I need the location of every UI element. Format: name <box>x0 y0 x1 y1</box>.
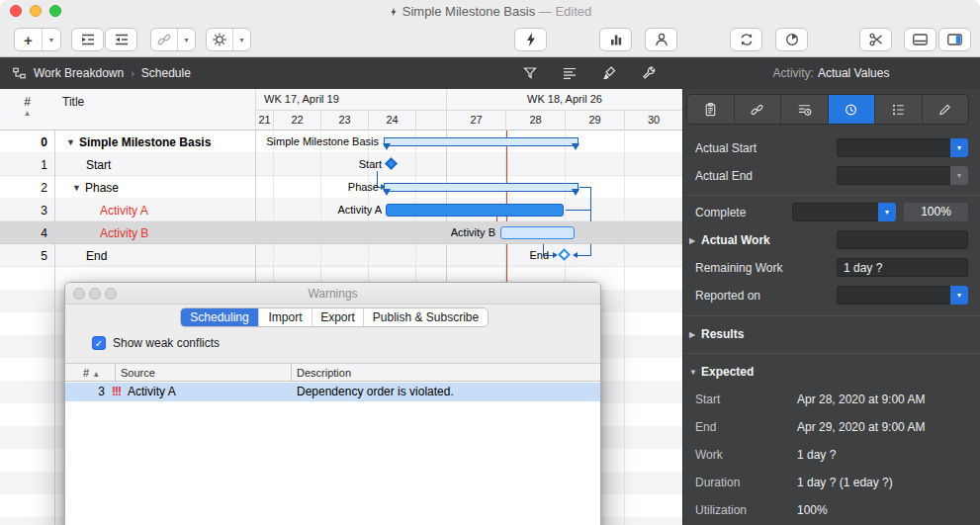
tab-import[interactable]: Import <box>258 308 312 326</box>
format-button[interactable] <box>597 63 621 83</box>
column-header-title[interactable]: Title <box>62 95 84 109</box>
panel-bottom-icon <box>912 32 929 47</box>
breadcrumb-work-breakdown[interactable]: Work Breakdown <box>34 66 124 80</box>
link-button[interactable]: ▾ <box>150 28 196 51</box>
row-number: 1 <box>0 158 47 172</box>
tab-dependencies[interactable] <box>734 95 781 124</box>
tab-resources[interactable] <box>874 95 922 124</box>
expected-label: Expected <box>701 365 754 379</box>
bar-label: End <box>417 249 549 261</box>
row-title[interactable]: End <box>86 249 107 263</box>
indent-button[interactable] <box>71 28 104 51</box>
settings-button[interactable]: ▾ <box>206 28 251 51</box>
tab-notes[interactable] <box>922 95 969 124</box>
reported-on-popup[interactable]: ▾ <box>837 286 968 305</box>
weak-conflicts-checkbox-row[interactable]: ✓ Show weak conflicts <box>92 336 220 350</box>
resources-button[interactable] <box>645 28 677 51</box>
tab-export[interactable]: Export <box>312 308 363 326</box>
edited-badge: — Edited <box>539 4 591 19</box>
row-title[interactable]: Phase <box>85 181 119 195</box>
right-panel-button[interactable] <box>938 28 971 51</box>
gantt-row-1[interactable]: 1 Start Start <box>0 153 682 176</box>
add-button[interactable]: + ▾ <box>14 28 61 51</box>
row-title[interactable]: Activity A <box>100 204 148 218</box>
col-header-source[interactable]: Source <box>121 367 155 379</box>
cut-button[interactable] <box>859 28 892 51</box>
wrench-icon <box>641 65 657 81</box>
gantt-row-4-selected[interactable]: 4 Activity B Activity B <box>0 221 682 244</box>
expected-utilization-row: Utilization 100% <box>683 500 980 520</box>
summary-bar[interactable] <box>384 183 579 192</box>
progress-button[interactable] <box>775 28 808 51</box>
tab-actual-values[interactable] <box>828 95 875 124</box>
bar-chart-icon <box>608 32 624 47</box>
complete-popup[interactable]: ▾ <box>792 203 896 221</box>
chevron-down-icon[interactable]: ▾ <box>42 29 60 50</box>
disclosure-closed-icon[interactable]: ▶ <box>689 330 695 339</box>
style-button[interactable] <box>558 63 581 83</box>
column-header-num[interactable]: # ▲ <box>0 89 54 131</box>
tab-publish-subscribe[interactable]: Publish & Subscribe <box>363 308 488 326</box>
sort-asc-icon[interactable]: ▲ <box>0 109 54 118</box>
actual-end-popup[interactable]: ▾ <box>837 166 968 185</box>
link-icon <box>151 29 177 50</box>
statistics-button[interactable] <box>599 28 632 51</box>
tab-schedule[interactable] <box>780 95 828 124</box>
remaining-work-value: 1 day ? <box>838 259 967 275</box>
tab-plan[interactable] <box>687 95 734 124</box>
actual-start-popup[interactable]: ▾ <box>837 138 968 157</box>
checkbox-checked[interactable]: ✓ <box>92 336 106 350</box>
gantt-row-2[interactable]: 2 ▼ Phase Phase <box>0 176 682 199</box>
disclosure-open-icon[interactable]: ▼ <box>72 183 81 193</box>
task-bar[interactable] <box>500 226 575 239</box>
chevron-down-icon[interactable]: ▾ <box>177 29 195 50</box>
summary-bar[interactable] <box>384 137 579 146</box>
filter-button[interactable] <box>518 63 542 83</box>
expected-work-row: Work 1 day ? <box>683 445 980 465</box>
text-lines-icon <box>562 65 578 81</box>
chevron-down-icon[interactable]: ▾ <box>232 29 250 50</box>
tools-button[interactable] <box>637 63 661 83</box>
popup-chevron-icon[interactable]: ▾ <box>950 286 968 305</box>
warning-source: Activity A <box>128 385 176 398</box>
outdent-button[interactable] <box>105 28 137 51</box>
tab-scheduling[interactable]: Scheduling <box>181 308 258 326</box>
row-title[interactable]: Activity B <box>100 226 148 240</box>
task-bar[interactable] <box>386 204 564 217</box>
expected-start-label: Start <box>695 393 720 406</box>
gantt-header: # ▲ Title WK 17, April 19 WK 18, April 2… <box>0 89 682 131</box>
row-title[interactable]: Simple Milestone Basis <box>79 135 211 149</box>
disclosure-open-icon[interactable]: ▼ <box>689 368 697 377</box>
expected-section[interactable]: ▼ Expected <box>683 362 980 382</box>
milestone-diamond[interactable] <box>385 157 398 170</box>
breadcrumb: Work Breakdown › Schedule <box>12 57 191 89</box>
results-section[interactable]: ▶ Results <box>683 324 980 344</box>
actual-work-label: Actual Work <box>701 233 770 247</box>
remaining-work-field[interactable]: 1 day ? <box>837 258 968 277</box>
col-header-description[interactable]: Description <box>297 367 351 379</box>
breadcrumb-schedule[interactable]: Schedule <box>141 66 191 80</box>
sync-button[interactable] <box>730 28 762 51</box>
bottom-panel-button[interactable] <box>904 28 936 51</box>
dialog-titlebar[interactable]: Warnings <box>65 283 600 305</box>
complete-value-field[interactable]: 100% <box>904 203 968 221</box>
warning-row-selected[interactable]: 3 !!! Activity A Dependency order is vio… <box>65 383 600 401</box>
actual-end-label: Actual End <box>695 169 753 183</box>
gantt-row-5[interactable]: 5 End End <box>0 244 682 267</box>
column-separator <box>115 364 116 382</box>
popup-chevron-icon[interactable]: ▾ <box>950 138 968 157</box>
expected-utilization-value: 100% <box>797 503 828 517</box>
lightning-button[interactable] <box>514 28 547 51</box>
disclosure-open-icon[interactable]: ▼ <box>66 137 75 147</box>
gantt-row-3[interactable]: 3 Activity A Activity A <box>0 199 682 221</box>
disclosure-closed-icon[interactable]: ▶ <box>689 236 695 245</box>
bolt-icon <box>389 6 399 18</box>
col-header-num[interactable]: # ▲ <box>83 367 100 379</box>
popup-chevron-icon[interactable]: ▾ <box>878 203 896 221</box>
warnings-table-header: # ▲ Source Description <box>65 364 600 382</box>
milestone-diamond[interactable] <box>558 248 571 261</box>
row-title[interactable]: Start <box>86 158 111 172</box>
actual-work-field[interactable] <box>837 230 968 249</box>
gantt-row-0[interactable]: 0 ▼ Simple Milestone Basis Simple Milest… <box>0 131 682 153</box>
bar-label: Simple Milestone Basis <box>247 135 379 147</box>
